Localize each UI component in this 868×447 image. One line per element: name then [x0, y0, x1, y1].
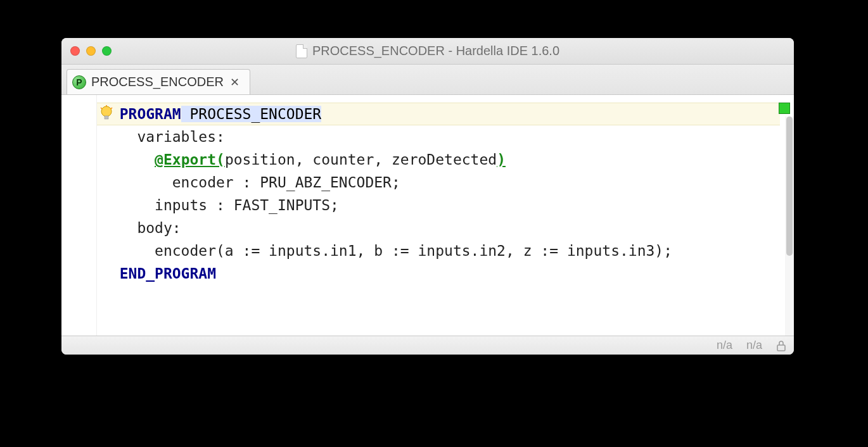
status-field-2: n/a — [746, 339, 762, 352]
status-field-1: n/a — [717, 339, 732, 352]
svg-rect-5 — [777, 345, 785, 351]
code-line: variables: — [102, 125, 794, 148]
window-title-text: PROCESS_ENCODER - Hardella IDE 1.6.0 — [312, 44, 559, 58]
editor-gutter — [61, 95, 97, 336]
status-bar: n/a n/a — [61, 336, 794, 355]
app-window: PROCESS_ENCODER - Hardella IDE 1.6.0 P P… — [61, 38, 794, 355]
tab-label: PROCESS_ENCODER — [91, 75, 224, 89]
code-line: body: — [102, 217, 794, 239]
minimize-window-button[interactable] — [86, 46, 96, 56]
title-bar: PROCESS_ENCODER - Hardella IDE 1.6.0 — [61, 38, 794, 65]
tab-bar: P PROCESS_ENCODER ✕ — [61, 65, 794, 95]
window-controls — [70, 46, 112, 56]
close-tab-icon[interactable]: ✕ — [229, 75, 241, 89]
scrollbar-thumb[interactable] — [786, 116, 793, 256]
code-editor[interactable]: PROGRAM PROCESS_ENCODER variables: @Expo… — [97, 95, 794, 336]
code-line: PROGRAM PROCESS_ENCODER — [102, 103, 794, 125]
lock-icon[interactable] — [776, 340, 786, 351]
program-icon: P — [72, 75, 86, 89]
zoom-window-button[interactable] — [102, 46, 112, 56]
code-line: encoder : PRU_ABZ_ENCODER; — [102, 171, 794, 194]
status-indicator-icon[interactable] — [779, 103, 790, 114]
code-lines: PROGRAM PROCESS_ENCODER variables: @Expo… — [102, 103, 794, 285]
code-line: @Export(position, counter, zeroDetected) — [102, 148, 794, 171]
code-line: END_PROGRAM — [102, 262, 794, 285]
vertical-scrollbar[interactable] — [785, 116, 794, 336]
code-line: encoder(a := inputs.in1, b := inputs.in2… — [102, 239, 794, 262]
close-window-button[interactable] — [70, 46, 80, 56]
editor-tab[interactable]: P PROCESS_ENCODER ✕ — [67, 69, 250, 94]
editor-area: PROGRAM PROCESS_ENCODER variables: @Expo… — [61, 95, 794, 336]
window-title: PROCESS_ENCODER - Hardella IDE 1.6.0 — [69, 44, 786, 58]
document-icon — [296, 44, 307, 58]
code-line: inputs : FAST_INPUTS; — [102, 194, 794, 217]
